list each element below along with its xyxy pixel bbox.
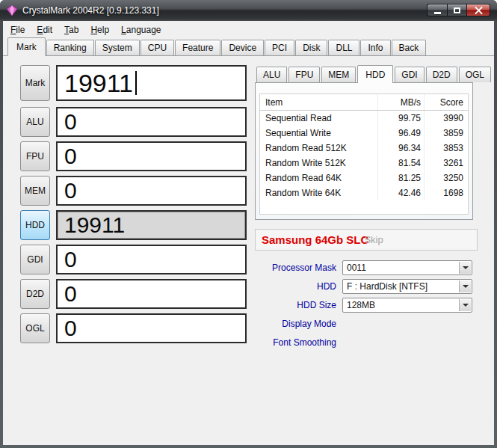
menu-file[interactable]: File: [4, 22, 31, 38]
result-tab-gdi[interactable]: GDI: [395, 67, 424, 82]
hdd-size-value: 128MB: [347, 300, 375, 310]
form-row-hdd-size: HDD Size 128MB: [255, 298, 478, 313]
tab-dll[interactable]: DLL: [328, 40, 359, 55]
alu-button[interactable]: ALU: [20, 107, 50, 137]
hdd-label: HDD: [255, 281, 336, 292]
score-row-ogl: OGL 0: [20, 313, 247, 343]
hdd-result-page: Item MB/s Score Sequential Read 99.75 39…: [255, 82, 473, 220]
col-header-mbs: MB/s: [378, 94, 425, 110]
d2d-button[interactable]: D2D: [20, 279, 50, 309]
titlebar[interactable]: CrystalMark 2004R2 [0.9.123.331]: [0, 0, 497, 21]
crystal-icon: [6, 4, 18, 16]
chevron-down-icon: [463, 266, 469, 269]
cell-score: 3261: [425, 156, 468, 171]
hdd-size-dropdown-button[interactable]: [459, 299, 471, 311]
menubar: File Edit Tab Help Language: [3, 21, 494, 38]
table-row: Random Read 64K 81.25 3250: [260, 171, 468, 185]
tab-cpu[interactable]: CPU: [141, 40, 174, 55]
hdd-score-value: 19911: [64, 212, 125, 238]
table-row: Sequential Write 96.49 3859: [260, 126, 468, 141]
score-row-mark: Mark 19911: [20, 65, 247, 101]
table-header-row: Item MB/s Score: [260, 94, 468, 111]
hdd-size-select[interactable]: 128MB: [342, 298, 472, 313]
main-content: Mark 19911 ALU 0 FPU 0 MEM 0: [3, 56, 494, 354]
form-row-hdd: HDD F : HardDisk [NTFS]: [255, 279, 478, 294]
alu-score-display: 0: [56, 107, 247, 137]
ogl-score-display: 0: [56, 313, 247, 343]
close-button[interactable]: [467, 4, 490, 16]
table-row: Sequential Read 99.75 3990: [260, 111, 468, 126]
settings-form: Processor Mask 0011 HDD F : HardDisk [NT…: [255, 260, 478, 350]
processor-mask-value: 0011: [347, 263, 366, 273]
result-table: Item MB/s Score Sequential Read 99.75 39…: [259, 93, 469, 215]
table-row: Random Write 512K 81.54 3261: [260, 156, 468, 171]
tab-feature[interactable]: Feature: [175, 40, 220, 55]
tab-system[interactable]: System: [95, 40, 140, 55]
ogl-button[interactable]: OGL: [20, 313, 50, 343]
score-row-gdi: GDI 0: [20, 245, 247, 274]
main-tabbar: Mark Ranking System CPU Feature Device P…: [3, 38, 494, 56]
result-tab-mem[interactable]: MEM: [321, 67, 356, 82]
hdd-button[interactable]: HDD: [20, 210, 50, 240]
fpu-button[interactable]: FPU: [20, 141, 50, 171]
mark-score-value: 19911: [64, 69, 133, 98]
menu-language[interactable]: Language: [115, 22, 167, 38]
cell-mbs: 42.46: [378, 185, 425, 200]
gdi-button[interactable]: GDI: [20, 245, 50, 274]
result-tab-hdd[interactable]: HDD: [357, 65, 393, 83]
chevron-down-icon: [463, 285, 469, 288]
cell-mbs: 96.34: [378, 141, 425, 156]
score-row-fpu: FPU 0: [20, 141, 247, 171]
tab-back[interactable]: Back: [392, 40, 427, 55]
maximize-button[interactable]: [447, 4, 467, 16]
hdd-dropdown-button[interactable]: [459, 280, 471, 292]
result-tab-fpu[interactable]: FPU: [288, 67, 320, 82]
menu-tab[interactable]: Tab: [58, 22, 84, 38]
tab-ranking[interactable]: Ranking: [46, 40, 94, 55]
cell-item: Random Write 512K: [260, 156, 378, 171]
maximize-icon: [454, 7, 460, 13]
score-row-mem: MEM 0: [20, 176, 247, 206]
cell-item: Random Read 64K: [260, 171, 378, 185]
tab-pci[interactable]: PCI: [265, 40, 294, 55]
result-tab-ogl[interactable]: OGL: [459, 67, 491, 82]
mem-button[interactable]: MEM: [20, 176, 50, 206]
display-mode-label: Display Mode: [255, 319, 336, 329]
tab-info[interactable]: Info: [360, 40, 390, 55]
font-smoothing-label: Font Smoothing: [255, 337, 336, 348]
d2d-score-value: 0: [64, 281, 77, 307]
text-caret: [135, 71, 137, 95]
mark-score-display: 19911: [56, 65, 247, 101]
hdd-select[interactable]: F : HardDisk [NTFS]: [342, 279, 472, 294]
menu-help[interactable]: Help: [84, 22, 115, 38]
alu-score-value: 0: [64, 109, 77, 135]
gdi-score-display: 0: [56, 245, 247, 274]
fpu-score-value: 0: [64, 144, 77, 169]
client-area: File Edit Tab Help Language Mark Ranking…: [3, 21, 494, 445]
cell-score: 3853: [425, 141, 468, 156]
tab-device[interactable]: Device: [221, 40, 264, 55]
mark-button[interactable]: Mark: [20, 65, 50, 101]
minimize-button[interactable]: [427, 4, 447, 16]
cell-mbs: 81.25: [378, 171, 425, 185]
result-tab-d2d[interactable]: D2D: [426, 67, 457, 82]
cell-mbs: 96.49: [378, 126, 425, 141]
app-window: CrystalMark 2004R2 [0.9.123.331] File Ed…: [0, 0, 497, 448]
table-row: Random Read 512K 96.34 3853: [260, 141, 468, 156]
processor-mask-select[interactable]: 0011: [342, 260, 472, 275]
result-tab-alu[interactable]: ALU: [256, 67, 287, 82]
tab-disk[interactable]: Disk: [295, 40, 327, 55]
cell-mbs: 81.54: [378, 156, 425, 171]
minimize-icon: [434, 12, 441, 14]
menu-edit[interactable]: Edit: [31, 22, 58, 38]
app-icon[interactable]: [6, 4, 18, 16]
score-row-alu: ALU 0: [20, 107, 247, 137]
tab-mark[interactable]: Mark: [7, 37, 46, 56]
device-name: Samsung 64Gb SLC: [262, 233, 368, 246]
chevron-down-icon: [463, 304, 469, 307]
table-row: Random Write 64K 42.46 1698: [260, 185, 468, 200]
fpu-score-display: 0: [56, 141, 247, 171]
d2d-score-display: 0: [56, 279, 247, 309]
processor-mask-dropdown-button[interactable]: [459, 262, 471, 274]
cell-score: 1698: [425, 185, 468, 200]
